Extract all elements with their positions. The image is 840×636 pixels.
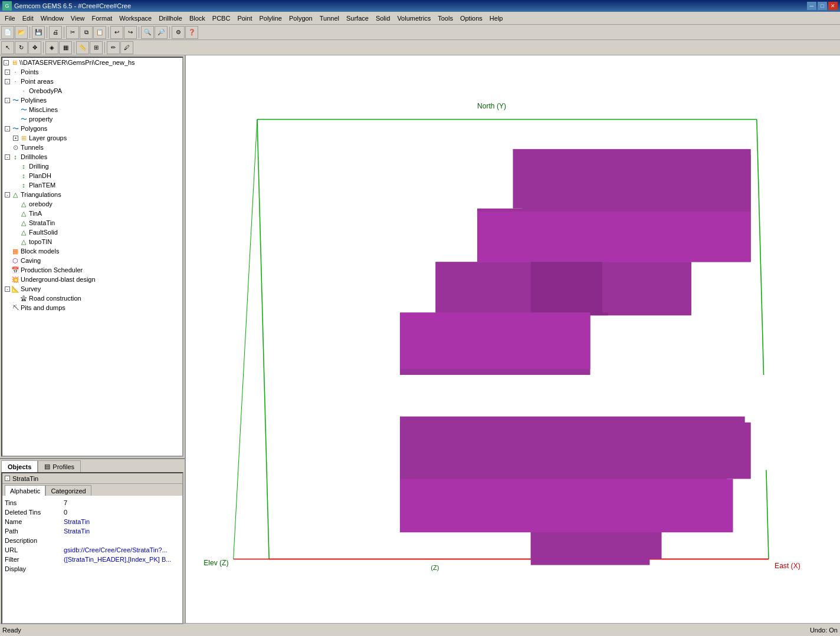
tree-item-survey[interactable]: -📐Survey (2, 284, 182, 294)
menu-item-view[interactable]: View (67, 14, 88, 23)
tree-root[interactable]: - 🖥 \\DATASERVER\GemsPri\Cree_new_hs (2, 58, 182, 67)
tree-toggle-drillholes[interactable]: - (5, 154, 10, 160)
tree-label-caving: Caving (21, 257, 41, 264)
measure-button[interactable]: 📏 (76, 41, 89, 54)
menu-item-workspace[interactable]: Workspace (116, 14, 155, 23)
redo-button[interactable]: ↪ (124, 26, 137, 39)
tree-label-tunnels: Tunnels (21, 144, 44, 151)
view2d-button[interactable]: ▦ (59, 41, 72, 54)
tree-item-stratatim[interactable]: △StrataTin (2, 218, 182, 228)
menu-item-surface[interactable]: Surface (343, 14, 372, 23)
tree-toggle-layergroups[interactable]: + (13, 136, 18, 141)
tree-item-roadconst[interactable]: 🛣Road construction (2, 294, 182, 303)
tree-root-toggle[interactable]: - (4, 60, 9, 65)
tree-item-triangulations[interactable]: -△Triangulations (2, 190, 182, 199)
menu-item-polyline[interactable]: Polyline (255, 14, 286, 23)
tree-label-plan_tem: PlanTEM (29, 182, 55, 189)
tree-toggle-points[interactable]: - (5, 70, 10, 75)
tree-label-pitsdumps: Pits and dumps (21, 304, 65, 311)
undo-button[interactable]: ↩ (110, 26, 123, 39)
menu-item-solid[interactable]: Solid (372, 14, 393, 23)
view3d-button[interactable]: ◈ (45, 41, 58, 54)
tree-toggle-pointareas[interactable]: - (5, 79, 10, 84)
menu-item-file[interactable]: File (1, 14, 19, 23)
menu-item-edit[interactable]: Edit (19, 14, 37, 23)
tree-item-drilling[interactable]: ↕Drilling (2, 162, 182, 171)
close-button[interactable]: ✕ (828, 2, 838, 10)
menu-item-block[interactable]: Block (186, 14, 209, 23)
menu-item-options[interactable]: Options (457, 14, 486, 23)
pan-button[interactable]: ✥ (28, 41, 41, 54)
minimize-button[interactable]: ─ (807, 2, 816, 10)
tree-label-misclines: MiscLines (29, 106, 58, 113)
tree-label-orebody_pa: OrebodyPA (29, 87, 62, 94)
zoom-out-button[interactable]: 🔎 (155, 26, 168, 39)
tree-item-plan_tem[interactable]: ↕PlanTEM (2, 180, 182, 190)
zoom-in-button[interactable]: 🔍 (141, 26, 154, 39)
grid-button[interactable]: ⊞ (90, 41, 103, 54)
tree-item-polylines[interactable]: -〜Polylines (2, 95, 182, 105)
tree-item-polygons[interactable]: -〜Polygons (2, 124, 182, 133)
tree-item-ugblast[interactable]: 💥Underground-blast design (2, 275, 182, 284)
tree-toggle-polygons[interactable]: - (5, 126, 10, 131)
viewport[interactable]: North (Y) East (X) Elev (Z) (Z) (186, 55, 840, 623)
tree-icon-polygons: 〜 (11, 124, 19, 133)
save-button[interactable]: 💾 (32, 26, 45, 39)
tree-toggle-triangulations[interactable]: - (5, 192, 10, 197)
svg-rect-24 (531, 532, 650, 565)
tree-item-caving[interactable]: ⬡Caving (2, 256, 182, 265)
section-toggle[interactable]: - (5, 476, 10, 481)
tree-item-orebody_pa[interactable]: ·OrebodyPA (2, 86, 182, 95)
tree-icon-plan_tem: ↕ (19, 181, 28, 189)
tab-profiles[interactable]: ▤ Profiles (38, 460, 81, 472)
folder-icon: 🖥 (10, 58, 18, 67)
tree-item-faultsolid[interactable]: △FaultSolid (2, 228, 182, 237)
help-button[interactable]: ❓ (185, 26, 198, 39)
menu-item-volumetrics[interactable]: Volumetrics (393, 14, 434, 23)
subtab-alphabetic[interactable]: Alphabetic (5, 485, 45, 496)
tree-item-blockmodels[interactable]: ▦Block models (2, 246, 182, 256)
tab-objects[interactable]: Objects (1, 460, 38, 472)
menu-item-point[interactable]: Point (234, 14, 255, 23)
subtab-categorized[interactable]: Categorized (45, 485, 91, 496)
menu-item-polygon[interactable]: Polygon (286, 14, 316, 23)
tree-item-property[interactable]: 〜property (2, 114, 182, 124)
settings-button[interactable]: ⚙ (172, 26, 185, 39)
prop-key: Filter (5, 556, 64, 563)
prop-row: NameStrataTin (5, 517, 180, 526)
cut-button[interactable]: ✂ (66, 26, 79, 39)
menu-item-help[interactable]: Help (486, 14, 507, 23)
tree-toggle-survey[interactable]: - (5, 286, 10, 292)
tree-item-layergroups[interactable]: +⊞Layer groups (2, 133, 182, 143)
tree-item-pointareas[interactable]: -·Point areas (2, 77, 182, 86)
tree-item-plan_dh[interactable]: ↕PlanDH (2, 171, 182, 180)
tree-item-pitsdumps[interactable]: ⛏Pits and dumps (2, 303, 182, 312)
menu-item-pcbc[interactable]: PCBC (209, 14, 234, 23)
maximize-button[interactable]: □ (818, 2, 827, 10)
rotate-button[interactable]: ↻ (15, 41, 28, 54)
tree-item-drillholes[interactable]: -↕Drillholes (2, 152, 182, 162)
new-button[interactable]: 📄 (1, 26, 14, 39)
menu-item-window[interactable]: Window (37, 14, 67, 23)
copy-button[interactable]: ⧉ (80, 26, 93, 39)
menu-item-format[interactable]: Format (88, 14, 116, 23)
tree-item-points[interactable]: -·Points (2, 67, 182, 77)
tree-item-misclines[interactable]: 〜MiscLines (2, 105, 182, 114)
menu-item-tunnel[interactable]: Tunnel (316, 14, 343, 23)
tree-item-prodscheduler[interactable]: 📅Production Scheduler (2, 265, 182, 275)
tree-label-prodscheduler: Production Scheduler (21, 266, 83, 273)
bottom-tabs: Objects ▤ Profiles (0, 459, 185, 472)
draw-button[interactable]: ✏ (107, 41, 120, 54)
menu-item-tools[interactable]: Tools (434, 14, 457, 23)
tree-item-tina[interactable]: △TinA (2, 209, 182, 218)
print-button[interactable]: 🖨 (49, 26, 62, 39)
paste-button[interactable]: 📋 (93, 26, 106, 39)
tree-item-tunnels[interactable]: ⊙Tunnels (2, 143, 182, 152)
tree-toggle-polylines[interactable]: - (5, 98, 10, 103)
tree-item-topoTIN[interactable]: △topoTIN (2, 237, 182, 246)
edit-button[interactable]: 🖊 (120, 41, 133, 54)
tree-item-orebody[interactable]: △orebody (2, 199, 182, 209)
open-button[interactable]: 📂 (15, 26, 28, 39)
select-button[interactable]: ↖ (1, 41, 14, 54)
menu-item-drillhole[interactable]: Drillhole (155, 14, 186, 23)
